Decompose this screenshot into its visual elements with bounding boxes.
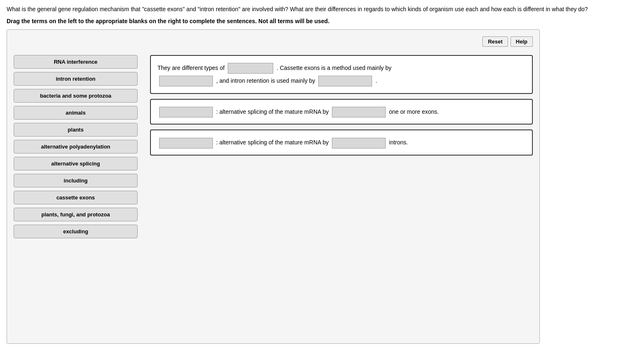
drop-blank-2-1[interactable] [159,107,213,117]
drop-blank-3-1[interactable] [159,138,213,149]
term-item-7[interactable]: including [14,174,138,187]
term-item-5[interactable]: alternative polyadenylation [14,140,138,153]
term-item-10[interactable]: excluding [14,225,138,238]
reset-button[interactable]: Reset [482,36,508,47]
main-container: Reset Help RNA interferenceintron retent… [7,29,540,344]
term-item-8[interactable]: cassette exons [14,191,138,204]
drop-blank-1-3[interactable] [318,76,372,86]
term-item-2[interactable]: bacteria and some protozoa [14,89,138,103]
term-item-9[interactable]: plants, fungi, and protozoa [14,208,138,221]
term-item-0[interactable]: RNA interference [14,55,138,69]
question-text: What is the general gene regulation mech… [7,5,635,14]
term-item-1[interactable]: intron retention [14,72,138,86]
drop-blank-1-1[interactable] [228,63,273,74]
sentence1-part3: , and intron retention is used mainly by [216,77,315,84]
help-button[interactable]: Help [510,36,533,47]
sentence1-part4: . [375,77,377,84]
sentences-column: They are different types of . Cassette e… [150,55,533,156]
terms-column: RNA interferenceintron retentionbacteria… [14,55,138,238]
top-buttons: Reset Help [14,36,533,47]
sentence-box-1: They are different types of . Cassette e… [150,55,533,94]
content-area: RNA interferenceintron retentionbacteria… [14,55,533,238]
drop-blank-2-2[interactable] [332,107,386,117]
term-item-4[interactable]: plants [14,123,138,137]
term-item-3[interactable]: animals [14,106,138,120]
sentence2-part2: one or more exons. [389,108,439,115]
instruction-text: Drag the terms on the left to the approp… [7,18,637,24]
sentence1-part2: . Cassette exons is a method used mainly… [277,65,391,71]
sentence1-part1: They are different types of [157,65,224,71]
sentence2-part1: : alternative splicing of the mature mRN… [216,108,329,115]
sentence3-part1: : alternative splicing of the mature mRN… [216,139,329,146]
sentence-box-3: : alternative splicing of the mature mRN… [150,129,533,156]
sentence-box-2: : alternative splicing of the mature mRN… [150,99,533,125]
drop-blank-3-2[interactable] [332,138,386,149]
sentence3-part2: introns. [389,139,408,146]
drop-blank-1-2[interactable] [159,76,213,86]
term-item-6[interactable]: alternative splicing [14,157,138,170]
